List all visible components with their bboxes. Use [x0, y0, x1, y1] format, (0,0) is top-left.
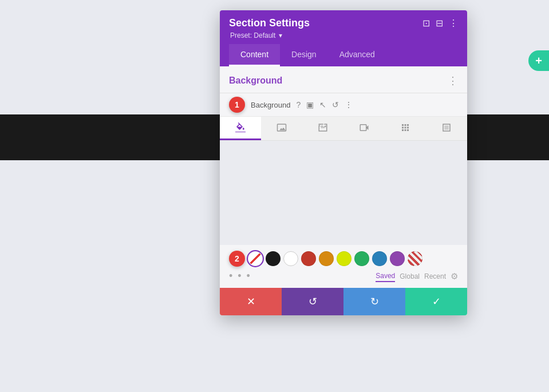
- swatch-black[interactable]: [266, 251, 281, 266]
- bg-controls-row: 1 Background ? ▣ ↖ ↺ ⋮: [220, 93, 467, 117]
- tab-advanced[interactable]: Advanced: [328, 44, 386, 66]
- image-icon: [277, 122, 287, 133]
- step-2-badge: 2: [229, 251, 245, 267]
- bg-type-image[interactable]: [261, 117, 302, 140]
- swatch-green[interactable]: [354, 251, 369, 266]
- swatch-transparent[interactable]: [248, 251, 263, 266]
- swatch-blue[interactable]: [372, 251, 387, 266]
- minimize-icon[interactable]: ⊡: [422, 18, 430, 29]
- panel-header-icons: ⊡ ⊟ ⋮: [422, 18, 458, 29]
- action-bar: ✕ ↺ ↻ ✓: [220, 288, 467, 315]
- green-add-button[interactable]: +: [528, 50, 549, 71]
- bg-type-video[interactable]: [343, 117, 385, 140]
- swatch-red[interactable]: [301, 251, 316, 266]
- swatches-container: 2: [220, 245, 467, 269]
- redo-button[interactable]: ↻: [343, 288, 405, 315]
- bg-type-mask[interactable]: [426, 117, 467, 140]
- desktop-icon[interactable]: ▣: [306, 100, 314, 109]
- color-preview-area: [220, 141, 467, 245]
- cancel-button[interactable]: ✕: [220, 288, 282, 315]
- undo-button[interactable]: ↺: [282, 288, 343, 315]
- reset-icon[interactable]: ↺: [332, 100, 339, 109]
- panel-title: Section Settings: [229, 17, 310, 29]
- bg-type-color[interactable]: [220, 117, 261, 140]
- swatch-white[interactable]: [283, 251, 298, 266]
- panel-tabs: Content Design Advanced: [229, 44, 458, 66]
- cursor-icon[interactable]: ↖: [319, 100, 326, 109]
- section-more-icon[interactable]: ⋮: [448, 74, 458, 87]
- step-1-badge: 1: [229, 97, 245, 113]
- more-swatches-icon[interactable]: • • •: [229, 270, 251, 282]
- swatch-orange[interactable]: [319, 251, 334, 266]
- bg-label: Background: [251, 101, 290, 109]
- color-settings-icon[interactable]: ⚙: [451, 271, 458, 282]
- tab-content[interactable]: Content: [229, 44, 280, 66]
- tab-recent[interactable]: Recent: [424, 271, 446, 282]
- swatch-yellow[interactable]: [337, 251, 351, 266]
- swatch-striped[interactable]: [408, 251, 422, 266]
- panel-header: Section Settings ⊡ ⊟ ⋮ Preset: Default ▾…: [220, 10, 467, 66]
- save-button[interactable]: ✓: [405, 288, 467, 315]
- panel-title-row: Section Settings ⊡ ⊟ ⋮: [229, 17, 458, 29]
- tab-saved[interactable]: Saved: [376, 271, 395, 282]
- bg-type-tabs: [220, 117, 467, 141]
- preset-selector[interactable]: Preset: Default ▾: [229, 31, 458, 39]
- section-label-row: Background ⋮: [220, 66, 467, 93]
- bg-type-gradient[interactable]: [302, 117, 343, 140]
- split-icon[interactable]: ⊟: [436, 18, 443, 29]
- mask-icon: [441, 122, 452, 133]
- gradient-icon: [318, 122, 328, 133]
- more-icon[interactable]: ⋮: [449, 18, 458, 29]
- tab-design[interactable]: Design: [280, 44, 328, 66]
- pattern-icon: [400, 122, 410, 133]
- swatch-purple[interactable]: [390, 251, 405, 266]
- section-label: Background: [229, 76, 282, 86]
- bg-type-pattern[interactable]: [385, 117, 426, 140]
- more-dots-row: • • • Saved Global Recent ⚙: [220, 269, 467, 288]
- more-options-icon[interactable]: ⋮: [345, 100, 353, 109]
- color-tab-group: Saved Global Recent ⚙: [376, 271, 458, 282]
- panel-body: Background ⋮ 1 Background ? ▣ ↖ ↺ ⋮: [220, 66, 467, 315]
- preset-label: Preset: Default: [230, 31, 275, 39]
- help-icon[interactable]: ?: [296, 100, 301, 109]
- paint-bucket-icon: [235, 122, 246, 133]
- video-icon: [359, 122, 369, 133]
- preset-arrow: ▾: [279, 31, 282, 39]
- tab-global[interactable]: Global: [400, 271, 420, 282]
- section-settings-panel: Section Settings ⊡ ⊟ ⋮ Preset: Default ▾…: [220, 10, 467, 315]
